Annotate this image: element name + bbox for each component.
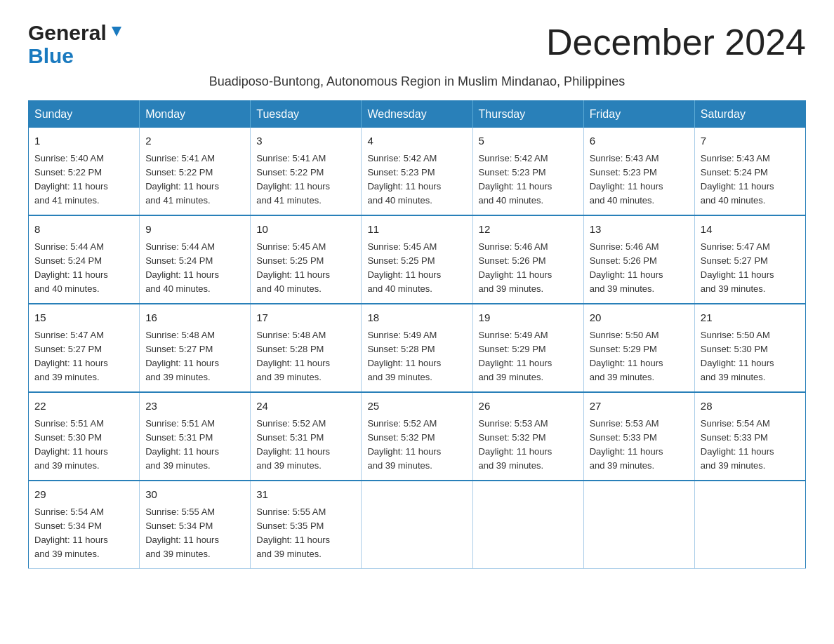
logo-blue-text: Blue bbox=[28, 44, 74, 67]
calendar-header-thursday: Thursday bbox=[472, 101, 583, 128]
day-number: 16 bbox=[145, 310, 244, 326]
calendar-cell: 9Sunrise: 5:44 AMSunset: 5:24 PMDaylight… bbox=[140, 215, 251, 304]
day-number: 13 bbox=[590, 222, 689, 238]
day-info: Sunrise: 5:42 AMSunset: 5:23 PMDaylight:… bbox=[367, 153, 441, 206]
logo: General Blue bbox=[28, 21, 124, 67]
day-number: 10 bbox=[256, 222, 355, 238]
day-info: Sunrise: 5:41 AMSunset: 5:22 PMDaylight:… bbox=[256, 153, 330, 206]
calendar-cell: 14Sunrise: 5:47 AMSunset: 5:27 PMDayligh… bbox=[694, 215, 805, 304]
day-info: Sunrise: 5:40 AMSunset: 5:22 PMDaylight:… bbox=[34, 153, 108, 206]
day-number: 21 bbox=[701, 310, 800, 326]
calendar-cell: 27Sunrise: 5:53 AMSunset: 5:33 PMDayligh… bbox=[583, 392, 694, 481]
day-number: 15 bbox=[34, 310, 133, 326]
calendar-cell: 2Sunrise: 5:41 AMSunset: 5:22 PMDaylight… bbox=[140, 128, 251, 215]
day-number: 2 bbox=[145, 133, 244, 149]
logo-general-text: General bbox=[28, 21, 107, 44]
day-number: 19 bbox=[479, 310, 578, 326]
day-info: Sunrise: 5:41 AMSunset: 5:22 PMDaylight:… bbox=[145, 153, 219, 206]
calendar-cell: 1Sunrise: 5:40 AMSunset: 5:22 PMDaylight… bbox=[29, 128, 140, 215]
header-area: General Blue December 2024 bbox=[28, 21, 806, 67]
calendar-header-monday: Monday bbox=[140, 101, 251, 128]
day-info: Sunrise: 5:55 AMSunset: 5:34 PMDaylight:… bbox=[145, 507, 219, 559]
day-number: 28 bbox=[701, 398, 800, 415]
day-info: Sunrise: 5:43 AMSunset: 5:23 PMDaylight:… bbox=[590, 153, 663, 206]
day-number: 29 bbox=[34, 487, 133, 503]
day-info: Sunrise: 5:54 AMSunset: 5:33 PMDaylight:… bbox=[701, 418, 774, 471]
day-number: 26 bbox=[479, 398, 578, 415]
calendar-cell: 15Sunrise: 5:47 AMSunset: 5:27 PMDayligh… bbox=[29, 304, 140, 392]
day-number: 20 bbox=[590, 310, 689, 326]
calendar-header-tuesday: Tuesday bbox=[251, 101, 362, 128]
day-number: 23 bbox=[145, 398, 244, 415]
subtitle: Buadiposo-Buntong, Autonomous Region in … bbox=[28, 74, 806, 89]
day-number: 30 bbox=[145, 487, 244, 503]
day-number: 18 bbox=[367, 310, 466, 326]
day-number: 17 bbox=[256, 310, 355, 326]
calendar-cell: 18Sunrise: 5:49 AMSunset: 5:28 PMDayligh… bbox=[362, 304, 472, 392]
calendar-cell: 30Sunrise: 5:55 AMSunset: 5:34 PMDayligh… bbox=[140, 481, 251, 569]
calendar-cell: 25Sunrise: 5:52 AMSunset: 5:32 PMDayligh… bbox=[362, 392, 472, 481]
calendar-cell: 17Sunrise: 5:48 AMSunset: 5:28 PMDayligh… bbox=[251, 304, 362, 392]
calendar-cell: 19Sunrise: 5:49 AMSunset: 5:29 PMDayligh… bbox=[472, 304, 583, 392]
calendar-header-sunday: Sunday bbox=[29, 101, 140, 128]
day-number: 9 bbox=[145, 222, 244, 238]
svg-marker-0 bbox=[112, 27, 121, 36]
calendar-cell: 28Sunrise: 5:54 AMSunset: 5:33 PMDayligh… bbox=[694, 392, 805, 481]
calendar-cell bbox=[362, 481, 472, 569]
calendar-cell: 31Sunrise: 5:55 AMSunset: 5:35 PMDayligh… bbox=[251, 481, 362, 569]
day-info: Sunrise: 5:51 AMSunset: 5:30 PMDaylight:… bbox=[34, 418, 108, 471]
calendar-week-row: 15Sunrise: 5:47 AMSunset: 5:27 PMDayligh… bbox=[29, 304, 806, 392]
day-info: Sunrise: 5:50 AMSunset: 5:30 PMDaylight:… bbox=[701, 330, 774, 382]
day-info: Sunrise: 5:44 AMSunset: 5:24 PMDaylight:… bbox=[34, 241, 108, 294]
calendar-week-row: 22Sunrise: 5:51 AMSunset: 5:30 PMDayligh… bbox=[29, 392, 806, 481]
day-info: Sunrise: 5:47 AMSunset: 5:27 PMDaylight:… bbox=[34, 330, 108, 382]
day-number: 24 bbox=[256, 398, 355, 415]
calendar-table: SundayMondayTuesdayWednesdayThursdayFrid… bbox=[28, 100, 806, 569]
day-info: Sunrise: 5:49 AMSunset: 5:28 PMDaylight:… bbox=[367, 330, 441, 382]
day-info: Sunrise: 5:45 AMSunset: 5:25 PMDaylight:… bbox=[367, 241, 441, 294]
day-info: Sunrise: 5:52 AMSunset: 5:32 PMDaylight:… bbox=[367, 418, 441, 471]
day-info: Sunrise: 5:53 AMSunset: 5:33 PMDaylight:… bbox=[590, 418, 663, 471]
calendar-cell: 11Sunrise: 5:45 AMSunset: 5:25 PMDayligh… bbox=[362, 215, 472, 304]
calendar-cell: 13Sunrise: 5:46 AMSunset: 5:26 PMDayligh… bbox=[583, 215, 694, 304]
day-info: Sunrise: 5:46 AMSunset: 5:26 PMDaylight:… bbox=[479, 241, 552, 294]
day-number: 12 bbox=[479, 222, 578, 238]
page-title: December 2024 bbox=[546, 21, 806, 63]
day-number: 11 bbox=[367, 222, 466, 238]
calendar-header-wednesday: Wednesday bbox=[362, 101, 472, 128]
day-info: Sunrise: 5:55 AMSunset: 5:35 PMDaylight:… bbox=[256, 507, 330, 559]
day-info: Sunrise: 5:53 AMSunset: 5:32 PMDaylight:… bbox=[479, 418, 552, 471]
calendar-cell: 5Sunrise: 5:42 AMSunset: 5:23 PMDaylight… bbox=[472, 128, 583, 215]
day-info: Sunrise: 5:51 AMSunset: 5:31 PMDaylight:… bbox=[145, 418, 219, 471]
calendar-cell bbox=[583, 481, 694, 569]
day-number: 25 bbox=[367, 398, 466, 415]
calendar-cell: 12Sunrise: 5:46 AMSunset: 5:26 PMDayligh… bbox=[472, 215, 583, 304]
day-info: Sunrise: 5:47 AMSunset: 5:27 PMDaylight:… bbox=[701, 241, 774, 294]
day-info: Sunrise: 5:54 AMSunset: 5:34 PMDaylight:… bbox=[34, 507, 108, 559]
calendar-cell bbox=[472, 481, 583, 569]
day-number: 1 bbox=[34, 133, 133, 149]
day-info: Sunrise: 5:48 AMSunset: 5:28 PMDaylight:… bbox=[256, 330, 330, 382]
calendar-cell bbox=[694, 481, 805, 569]
day-info: Sunrise: 5:52 AMSunset: 5:31 PMDaylight:… bbox=[256, 418, 330, 471]
day-info: Sunrise: 5:44 AMSunset: 5:24 PMDaylight:… bbox=[145, 241, 219, 294]
calendar-cell: 8Sunrise: 5:44 AMSunset: 5:24 PMDaylight… bbox=[29, 215, 140, 304]
calendar-cell: 22Sunrise: 5:51 AMSunset: 5:30 PMDayligh… bbox=[29, 392, 140, 481]
calendar-cell: 26Sunrise: 5:53 AMSunset: 5:32 PMDayligh… bbox=[472, 392, 583, 481]
calendar-week-row: 29Sunrise: 5:54 AMSunset: 5:34 PMDayligh… bbox=[29, 481, 806, 569]
calendar-header-row: SundayMondayTuesdayWednesdayThursdayFrid… bbox=[29, 101, 806, 128]
calendar-cell: 4Sunrise: 5:42 AMSunset: 5:23 PMDaylight… bbox=[362, 128, 472, 215]
calendar-cell: 21Sunrise: 5:50 AMSunset: 5:30 PMDayligh… bbox=[694, 304, 805, 392]
day-number: 4 bbox=[367, 133, 466, 149]
calendar-cell: 24Sunrise: 5:52 AMSunset: 5:31 PMDayligh… bbox=[251, 392, 362, 481]
calendar-cell: 10Sunrise: 5:45 AMSunset: 5:25 PMDayligh… bbox=[251, 215, 362, 304]
day-info: Sunrise: 5:50 AMSunset: 5:29 PMDaylight:… bbox=[590, 330, 663, 382]
calendar-week-row: 1Sunrise: 5:40 AMSunset: 5:22 PMDaylight… bbox=[29, 128, 806, 215]
day-number: 27 bbox=[590, 398, 689, 415]
day-info: Sunrise: 5:43 AMSunset: 5:24 PMDaylight:… bbox=[701, 153, 774, 206]
day-number: 7 bbox=[701, 133, 800, 149]
day-number: 6 bbox=[590, 133, 689, 149]
day-number: 14 bbox=[701, 222, 800, 238]
calendar-cell: 20Sunrise: 5:50 AMSunset: 5:29 PMDayligh… bbox=[583, 304, 694, 392]
calendar-cell: 16Sunrise: 5:48 AMSunset: 5:27 PMDayligh… bbox=[140, 304, 251, 392]
